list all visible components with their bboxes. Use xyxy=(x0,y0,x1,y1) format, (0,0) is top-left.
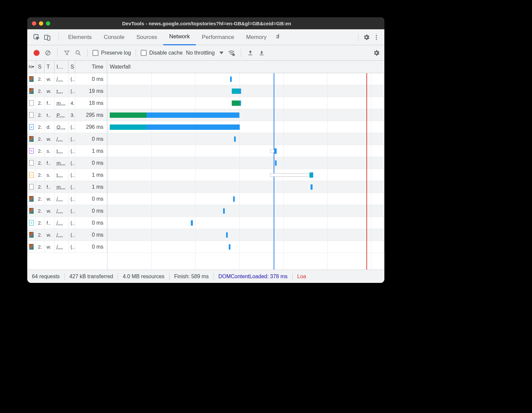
throttling-select[interactable]: No throttling xyxy=(185,50,224,56)
status-finish: Finish: 589 ms xyxy=(174,274,209,280)
svg-point-3 xyxy=(376,35,377,36)
separator xyxy=(136,49,136,57)
fullscreen-window-button[interactable] xyxy=(46,21,50,26)
waterfall-area xyxy=(107,73,384,270)
waterfall-bar-blue[interactable] xyxy=(234,136,236,142)
preserve-log-checkbox[interactable]: Preserve log xyxy=(92,50,131,56)
disable-cache-label: Disable cache xyxy=(149,50,183,56)
waterfall-bar-blue[interactable] xyxy=(223,208,225,214)
waterfall-bar-blue[interactable] xyxy=(147,112,239,118)
separator xyxy=(87,49,88,57)
waterfall-bar-blue[interactable] xyxy=(147,124,240,130)
svg-point-7 xyxy=(76,51,79,54)
col-size[interactable]: S xyxy=(68,61,75,73)
devtools-window: DevTools - news.google.com/topstories?hl… xyxy=(27,17,384,283)
minimize-window-button[interactable] xyxy=(39,21,43,26)
dropdown-icon xyxy=(219,52,223,54)
svg-rect-9 xyxy=(248,55,252,55)
waterfall-bar-blue[interactable] xyxy=(233,196,235,202)
waterfall-bar-teal[interactable] xyxy=(232,89,240,94)
tab-console[interactable]: Console xyxy=(98,29,130,45)
waterfall-bar-blue[interactable] xyxy=(240,101,241,106)
separator xyxy=(241,49,241,57)
waterfall-bar-teal[interactable] xyxy=(310,172,312,178)
script-file-icon: ‹› xyxy=(29,172,34,178)
search-icon[interactable] xyxy=(73,48,83,58)
svg-point-5 xyxy=(376,39,377,40)
col-type[interactable]: T xyxy=(45,61,55,73)
tab-memory[interactable]: Memory xyxy=(240,29,272,45)
filter-icon[interactable] xyxy=(62,48,71,58)
waterfall-bar-blue[interactable] xyxy=(312,172,313,178)
status-dcl: DOMContentLoaded: 378 ms xyxy=(218,274,288,280)
tab-elements[interactable]: Elements xyxy=(62,29,98,45)
doc-file-icon: ≡ xyxy=(29,124,34,130)
network-conditions-icon[interactable] xyxy=(227,48,236,58)
waterfall-bar-blue[interactable] xyxy=(230,77,232,82)
more-tabs-icon[interactable] xyxy=(273,33,283,42)
waterfall-bar-blue[interactable] xyxy=(229,244,230,250)
col-name[interactable]: N▾ xyxy=(27,61,36,73)
traffic-lights xyxy=(32,21,50,26)
waterfall-bar-blue[interactable] xyxy=(226,232,228,238)
waterfall-bar-green[interactable] xyxy=(232,101,240,106)
kebab-menu-icon[interactable] xyxy=(372,33,381,42)
inspect-icon[interactable] xyxy=(32,33,41,42)
status-requests: 64 requests xyxy=(32,274,60,280)
download-har-icon[interactable] xyxy=(257,48,266,58)
col-initiator[interactable]: I… xyxy=(55,61,68,73)
status-transferred: 427 kB transferred xyxy=(69,274,113,280)
close-window-button[interactable] xyxy=(32,21,36,26)
clear-icon[interactable] xyxy=(43,48,53,58)
font-file-icon: T xyxy=(29,220,34,226)
waterfall-bar-teal[interactable] xyxy=(110,124,147,130)
img-file-icon xyxy=(29,244,34,250)
blank-file-icon xyxy=(29,160,34,166)
waterfall-bar-wait[interactable] xyxy=(270,173,310,177)
titlebar: DevTools - news.google.com/topstories?hl… xyxy=(27,17,384,29)
img-file-icon xyxy=(29,196,34,202)
throttling-label: No throttling xyxy=(186,50,214,56)
upload-har-icon[interactable] xyxy=(246,48,255,58)
svg-rect-10 xyxy=(260,55,264,55)
separator xyxy=(57,49,58,57)
waterfall-bar-blue[interactable] xyxy=(311,184,313,190)
img-file-icon xyxy=(29,136,34,142)
status-bar: 64 requests 427 kB transferred 4.0 MB re… xyxy=(27,270,384,283)
img-file-icon xyxy=(29,208,34,214)
settings-gear-icon[interactable] xyxy=(362,33,371,42)
disable-cache-checkbox[interactable]: Disable cache xyxy=(141,50,183,56)
separator xyxy=(59,33,59,41)
tab-performance[interactable]: Performance xyxy=(196,29,240,45)
img-file-icon xyxy=(29,88,34,94)
network-toolbar: Preserve log Disable cache No throttling xyxy=(27,45,384,61)
svg-point-4 xyxy=(376,37,377,38)
network-settings-gear-icon[interactable] xyxy=(372,48,381,58)
svg-rect-2 xyxy=(48,36,50,40)
img-file-icon xyxy=(29,232,34,238)
css-file-icon: ✎ xyxy=(29,148,34,154)
waterfall-bar-green[interactable] xyxy=(110,112,147,118)
preserve-log-label: Preserve log xyxy=(101,50,131,56)
status-load: Loa xyxy=(297,274,306,280)
blank-file-icon xyxy=(29,112,34,118)
panel-tabs: ElementsConsoleSourcesNetworkPerformance… xyxy=(27,29,384,45)
col-time[interactable]: Time xyxy=(75,61,107,73)
waterfall-bar-blue[interactable] xyxy=(240,89,241,94)
waterfall-bar-blue[interactable] xyxy=(275,160,277,166)
col-waterfall[interactable]: Waterfall xyxy=(107,61,384,73)
record-button[interactable] xyxy=(32,48,41,58)
tab-sources[interactable]: Sources xyxy=(130,29,163,45)
status-resources: 4.0 MB resources xyxy=(123,274,164,280)
device-toggle-icon[interactable] xyxy=(43,33,52,42)
waterfall-bar-blue[interactable] xyxy=(274,148,277,154)
blank-file-icon xyxy=(29,100,34,106)
window-title: DevTools - news.google.com/topstories?hl… xyxy=(50,21,363,26)
waterfall-bar-blue[interactable] xyxy=(191,220,193,226)
col-status[interactable]: S xyxy=(36,61,45,73)
network-table-body: 2.w./…(..0 ms2.w.t…(..19 ms2.f..m…4.18 m… xyxy=(27,73,384,270)
blank-file-icon xyxy=(29,184,34,190)
network-table-header: N▾ S T I… S Time Waterfall xyxy=(27,61,384,73)
waterfall-bar-wait[interactable] xyxy=(270,149,274,153)
tab-network[interactable]: Network xyxy=(163,29,196,45)
